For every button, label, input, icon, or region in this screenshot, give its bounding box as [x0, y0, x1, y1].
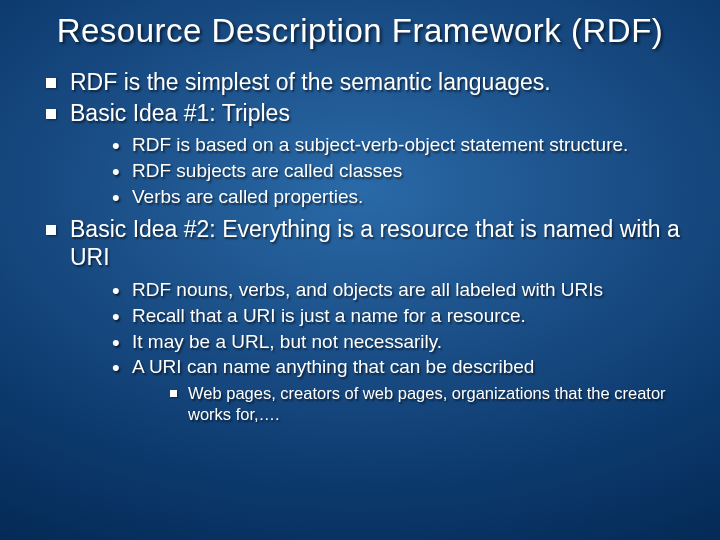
bullet-text: Basic Idea #1: Triples: [70, 100, 290, 126]
slide-title: Resource Description Framework (RDF): [30, 12, 690, 50]
sub-bullet-uri-name: Recall that a URI is just a name for a r…: [110, 304, 690, 328]
sub-bullet-subjects-classes: RDF subjects are called classes: [110, 159, 690, 183]
bullet-rdf-simplest: RDF is the simplest of the semantic lang…: [40, 68, 690, 97]
bullet-list-level2: RDF is based on a subject-verb-object st…: [110, 133, 690, 208]
bullet-text: A URI can name anything that can be desc…: [132, 356, 534, 377]
sub-sub-bullet-examples: Web pages, creators of web pages, organi…: [166, 383, 690, 424]
sub-bullet-uris-labeled: RDF nouns, verbs, and objects are all la…: [110, 278, 690, 302]
sub-bullet-may-be-url: It may be a URL, but not necessarily.: [110, 330, 690, 354]
bullet-list-level2: RDF nouns, verbs, and objects are all la…: [110, 278, 690, 424]
slide: Resource Description Framework (RDF) RDF…: [0, 0, 720, 540]
bullet-list-level3: Web pages, creators of web pages, organi…: [166, 383, 690, 424]
sub-bullet-verbs-properties: Verbs are called properties.: [110, 185, 690, 209]
sub-bullet-uri-anything: A URI can name anything that can be desc…: [110, 355, 690, 424]
sub-bullet-triples-structure: RDF is based on a subject-verb-object st…: [110, 133, 690, 157]
bullet-list-level1: RDF is the simplest of the semantic lang…: [40, 68, 690, 425]
bullet-basic-idea-2: Basic Idea #2: Everything is a resource …: [40, 215, 690, 425]
bullet-basic-idea-1: Basic Idea #1: Triples RDF is based on a…: [40, 99, 690, 209]
bullet-text: Basic Idea #2: Everything is a resource …: [70, 216, 680, 271]
